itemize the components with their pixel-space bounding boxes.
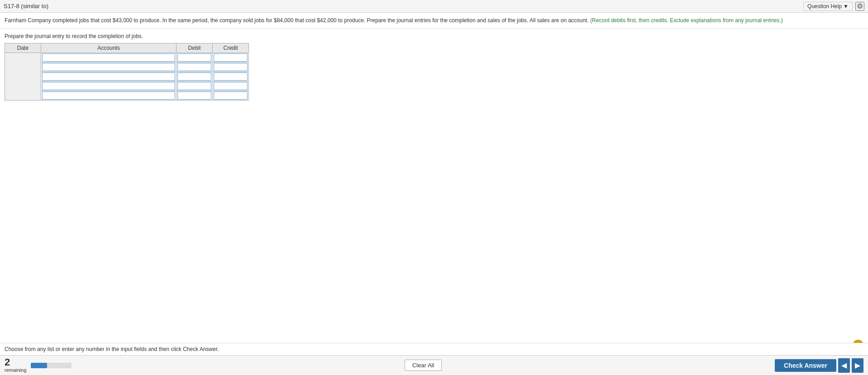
credit-cell-3 [213, 72, 249, 82]
table-row [5, 91, 249, 101]
clear-all-button[interactable]: Clear All [405, 360, 442, 371]
accounts-header: Accounts [41, 43, 176, 53]
credit-cell-4 [213, 82, 249, 91]
prev-button[interactable]: ◀ [838, 358, 850, 373]
question-help-label: Question Help [807, 3, 842, 10]
credit-header: Credit [213, 43, 249, 53]
journal-table: Date Accounts Debit Credit [5, 43, 249, 101]
parts-remaining-container: 2 remaining [5, 357, 26, 373]
gear-button[interactable]: ⚙ [855, 2, 864, 11]
debit-input-5[interactable] [177, 91, 211, 100]
prev-icon: ◀ [841, 361, 847, 370]
debit-input-4[interactable] [177, 82, 211, 90]
debit-input-3[interactable] [177, 72, 211, 81]
date-cell [5, 53, 41, 101]
title-bar: S17-8 (similar to) Question Help ▼ ⚙ [0, 0, 868, 13]
account-input-3[interactable] [42, 72, 175, 81]
debit-cell-2 [176, 62, 213, 72]
account-input-2[interactable] [42, 63, 175, 71]
table-row [5, 62, 249, 72]
account-input-4[interactable] [42, 82, 175, 90]
gear-icon: ⚙ [857, 2, 863, 10]
account-cell-4 [41, 82, 176, 91]
question-help-button[interactable]: Question Help ▼ [803, 2, 853, 11]
table-row [5, 53, 249, 62]
journal-area: Prepare the journal entry to record the … [0, 29, 868, 105]
credit-input-1[interactable] [214, 53, 248, 62]
problem-green-text: (Record debits first, then credits. Excl… [590, 17, 783, 24]
credit-input-2[interactable] [214, 63, 248, 71]
footer: Choose from any list or enter any number… [0, 343, 868, 375]
credit-input-4[interactable] [214, 82, 248, 90]
credit-cell-2 [213, 62, 249, 72]
debit-cell-5 [176, 91, 213, 101]
debit-input-1[interactable] [177, 53, 211, 62]
debit-cell-3 [176, 72, 213, 82]
date-header: Date [5, 43, 41, 53]
debit-cell-1 [176, 53, 213, 62]
page-title: S17-8 (similar to) [4, 3, 48, 10]
next-icon: ▶ [855, 361, 860, 370]
credit-cell-5 [213, 91, 249, 101]
title-bar-actions: Question Help ▼ ⚙ [803, 2, 864, 11]
problem-statement: Farnham Company completed jobs that cost… [0, 13, 868, 29]
debit-header: Debit [176, 43, 213, 53]
footer-instruction: Choose from any list or enter any number… [0, 343, 868, 355]
table-row [5, 82, 249, 91]
progress-bar-fill [31, 363, 47, 368]
account-cell-3 [41, 72, 176, 82]
check-answer-button[interactable]: Check Answer [775, 359, 836, 372]
next-button[interactable]: ▶ [852, 358, 863, 373]
footer-bar: 2 remaining Clear All Check Answer ◀ ▶ [0, 355, 868, 375]
account-input-5[interactable] [42, 91, 175, 100]
parts-label: remaining [5, 367, 26, 373]
credit-cell-1 [213, 53, 249, 62]
dropdown-arrow-icon: ▼ [843, 3, 849, 10]
account-cell-5 [41, 91, 176, 101]
debit-input-2[interactable] [177, 63, 211, 71]
credit-input-5[interactable] [214, 91, 248, 100]
account-cell-1 [41, 53, 176, 62]
journal-instruction: Prepare the journal entry to record the … [5, 33, 863, 39]
table-row [5, 72, 249, 82]
footer-center: Clear All [405, 360, 442, 371]
footer-left: 2 remaining [5, 357, 72, 373]
account-cell-2 [41, 62, 176, 72]
footer-right: Check Answer ◀ ▶ [775, 358, 863, 373]
progress-bar-container [31, 363, 72, 368]
problem-main-text: Farnham Company completed jobs that cost… [5, 17, 590, 24]
debit-cell-4 [176, 82, 213, 91]
parts-number: 2 [5, 357, 26, 367]
credit-input-3[interactable] [214, 72, 248, 81]
account-input-1[interactable] [42, 53, 175, 62]
